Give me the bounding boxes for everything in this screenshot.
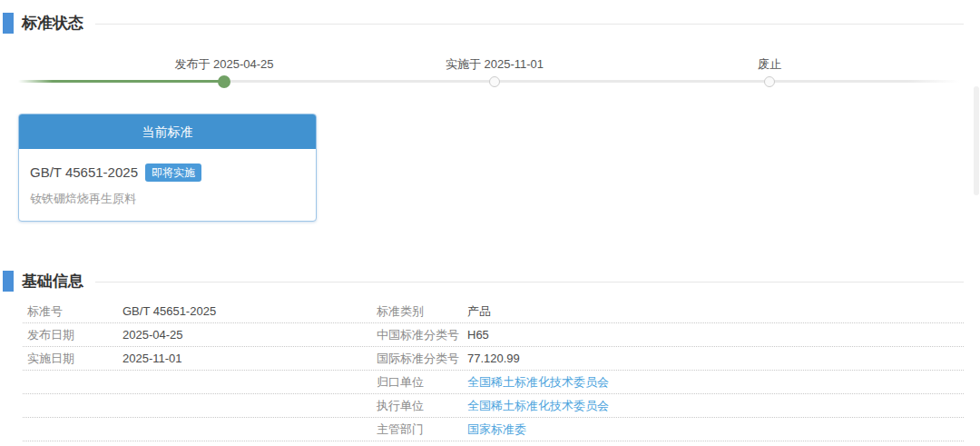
basic-info-table: 标准号 GB/T 45651-2025 标准类别 产品 发布日期 2025-04…: [23, 300, 964, 441]
timeline-dot-published: [218, 75, 230, 88]
section-divider: [95, 24, 964, 25]
field-label: 执行单位: [372, 398, 467, 414]
table-row: 主管部门 国家标准委: [23, 418, 964, 441]
section-divider: [95, 282, 964, 282]
current-standard-card-header: 当前标准: [19, 114, 316, 149]
standard-name: 钕铁硼焙烧再生原料: [30, 191, 305, 207]
field-label: 实施日期: [23, 351, 122, 367]
field-label: 中国标准分类号: [372, 327, 467, 343]
timeline-label-published: 发布于 2025-04-25: [174, 56, 273, 73]
table-row: 发布日期 2025-04-25 中国标准分类号 H65: [23, 323, 964, 347]
executing-unit-link[interactable]: 全国稀土标准化技术委员会: [467, 398, 964, 414]
timeline-dot-implemented: [489, 76, 500, 87]
standard-detail-page: 标准状态 发布于 2025-04-25 实施于 2025-11-01 废止 当前…: [0, 0, 980, 446]
field-label: 标准号: [23, 303, 122, 320]
info-section-title: 基础信息: [22, 271, 83, 292]
scrollbar-thumb[interactable]: [974, 86, 979, 195]
timeline-label-implemented: 实施于 2025-11-01: [446, 56, 544, 73]
status-section-title: 标准状态: [22, 13, 83, 34]
field-label: 标准类别: [372, 303, 467, 320]
table-row: 归口单位 全国稀土标准化技术委员会: [23, 371, 964, 394]
table-row: 实施日期 2025-11-01 国际标准分类号 77.120.99: [23, 347, 964, 371]
field-label: 归口单位: [372, 374, 467, 391]
section-marker: [3, 271, 14, 292]
timeline-dot-abolished: [764, 76, 775, 87]
current-standard-card[interactable]: 当前标准 GB/T 45651-2025即将实施 钕铁硼焙烧再生原料: [18, 114, 317, 222]
supervising-department-link[interactable]: 国家标准委: [467, 421, 964, 438]
field-value: GB/T 45651-2025: [122, 304, 372, 318]
centralized-unit-link[interactable]: 全国稀土标准化技术委员会: [467, 374, 964, 391]
standard-code: GB/T 45651-2025: [30, 164, 138, 180]
timeline-label-abolished: 废止: [758, 56, 781, 73]
field-label: 国际标准分类号: [372, 351, 467, 367]
section-marker: [3, 13, 14, 34]
table-row: 执行单位 全国稀土标准化技术委员会: [23, 394, 964, 418]
field-value: 2025-04-25: [122, 328, 372, 342]
field-value: 77.120.99: [467, 352, 964, 365]
field-label: 发布日期: [23, 327, 122, 343]
field-value: H65: [467, 328, 964, 342]
field-value: 2025-11-01: [122, 352, 372, 365]
status-badge: 即将实施: [145, 164, 201, 182]
current-standard-card-body: GB/T 45651-2025即将实施 钕铁硼焙烧再生原料: [19, 149, 316, 207]
field-label: 主管部门: [372, 421, 467, 438]
table-row: 标准号 GB/T 45651-2025 标准类别 产品: [23, 300, 964, 323]
timeline-track-remaining: [224, 80, 959, 83]
field-value: 产品: [467, 303, 964, 320]
timeline-track-done: [18, 80, 224, 83]
